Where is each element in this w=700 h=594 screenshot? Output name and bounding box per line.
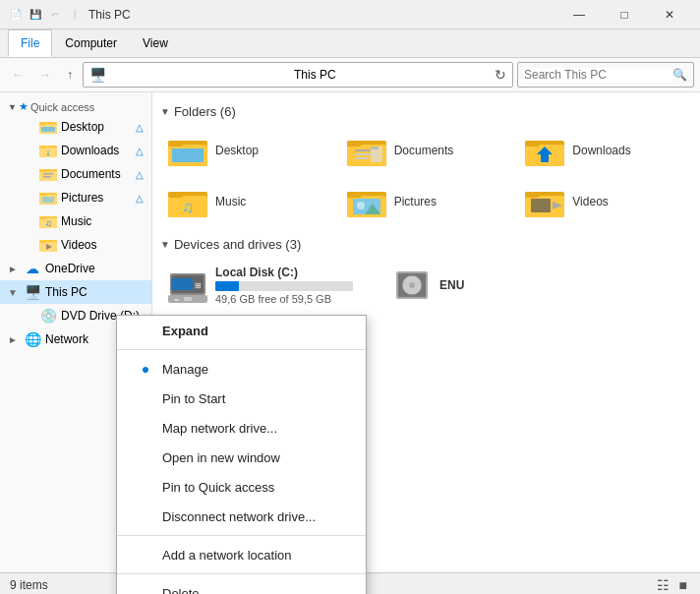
sidebar-item-downloads[interactable]: ↓ Downloads △ <box>0 139 151 162</box>
search-bar[interactable]: 🔍 <box>517 62 694 88</box>
folder-item-documents[interactable]: Documents <box>339 127 514 174</box>
svg-rect-47 <box>347 192 362 198</box>
ctx-expand[interactable]: Expand <box>117 316 366 345</box>
save-icon: 💾 <box>28 7 43 23</box>
folder-music-label: Music <box>215 195 246 208</box>
svg-rect-43 <box>168 192 183 198</box>
redo-icon: | <box>67 7 83 23</box>
downloads-folder-icon: ↓ <box>39 142 57 159</box>
add-network-icon <box>137 546 154 564</box>
up-button[interactable]: ↑ <box>61 64 79 86</box>
svg-point-49 <box>357 202 365 209</box>
tab-view[interactable]: View <box>130 30 181 57</box>
close-button[interactable]: ✕ <box>647 0 692 30</box>
title-bar: 📄 💾 ⤺ | This PC — □ ✕ <box>0 0 700 30</box>
pin-icon-downloads: △ <box>136 146 144 156</box>
sidebar-thispc-label: This PC <box>45 285 144 299</box>
item-count: 9 items <box>10 578 48 592</box>
folder-item-downloads[interactable]: Downloads <box>517 127 692 174</box>
refresh-button[interactable]: ↻ <box>495 67 506 83</box>
sidebar-item-thispc[interactable]: ▼ 🖥️ This PC <box>0 280 151 304</box>
pin-icon-documents: △ <box>136 169 144 180</box>
svg-rect-11 <box>43 173 53 175</box>
svg-rect-3 <box>41 127 55 132</box>
svg-rect-27 <box>168 141 183 147</box>
view-details-button[interactable]: ☷ <box>654 577 672 593</box>
sidebar-item-pictures[interactable]: Pictures △ <box>0 186 151 209</box>
ctx-pin-quick[interactable]: Pin to Quick access <box>117 472 366 502</box>
disconnect-icon <box>137 507 154 525</box>
thispc-icon: 🖥️ <box>24 283 41 301</box>
svg-rect-60 <box>174 299 179 301</box>
svg-rect-23 <box>39 240 46 243</box>
delete-icon <box>137 584 154 594</box>
drive-c-name: Local Disk (C:) <box>215 266 353 279</box>
folder-item-pictures[interactable]: Pictures <box>339 178 514 225</box>
ctx-disconnect[interactable]: Disconnect network drive... <box>117 502 366 531</box>
sidebar-item-desktop[interactable]: Desktop △ <box>0 115 151 139</box>
ribbon: File Computer View <box>0 30 700 58</box>
devices-label: Devices and drives (3) <box>174 237 301 252</box>
sidebar-item-documents[interactable]: Documents △ <box>0 162 151 186</box>
pin-quick-icon <box>137 478 154 496</box>
view-icons[interactable]: ☷ ■ <box>654 577 690 593</box>
window-controls[interactable]: — □ ✕ <box>556 0 692 30</box>
address-bar[interactable]: 🖥️ This PC ↻ <box>83 62 513 88</box>
quick-access-caret: ▼ <box>8 102 17 112</box>
folders-label: Folders (6) <box>174 104 236 119</box>
music-folder-icon: ♫ <box>39 212 57 230</box>
sidebar-item-onedrive[interactable]: ► ☁ OneDrive <box>0 257 151 280</box>
drive-item-c[interactable]: ⊞ Local Disk (C:) 49,6 GB free of 59,5 G… <box>160 260 377 311</box>
drives-grid: ⊞ Local Disk (C:) 49,6 GB free of 59,5 G… <box>160 260 692 311</box>
ctx-manage[interactable]: ● Manage <box>117 354 366 384</box>
sidebar-item-videos[interactable]: Videos <box>0 233 151 257</box>
ctx-open-new-window[interactable]: Open in new window <box>117 443 366 472</box>
sidebar-documents-label: Documents <box>61 167 130 181</box>
tab-file[interactable]: File <box>8 30 52 57</box>
drive-enu-info: ENU <box>439 278 464 292</box>
devices-section-header[interactable]: ▼ Devices and drives (3) <box>160 237 692 252</box>
folders-section-header[interactable]: ▼ Folders (6) <box>160 104 692 119</box>
search-icon: 🔍 <box>672 68 687 82</box>
svg-rect-59 <box>184 297 192 301</box>
this-pc-icon: 🖥️ <box>89 67 290 83</box>
search-input[interactable] <box>524 68 672 82</box>
svg-text:↓: ↓ <box>46 148 51 157</box>
svg-rect-28 <box>172 148 204 162</box>
svg-rect-16 <box>42 197 54 203</box>
forward-button[interactable]: → <box>33 64 57 86</box>
onedrive-icon: ☁ <box>24 260 41 277</box>
ctx-pin-start[interactable]: Pin to Start <box>117 384 366 413</box>
pin-icon-desktop: △ <box>136 122 144 133</box>
folder-downloads-label: Downloads <box>572 144 630 157</box>
sidebar-item-music[interactable]: ♫ Music <box>0 209 151 233</box>
drive-item-enu[interactable]: ENU <box>384 260 561 311</box>
ctx-add-network[interactable]: Add a network location <box>117 540 366 569</box>
minimize-button[interactable]: — <box>556 0 602 30</box>
quick-access-section[interactable]: ▼ ★ Quick access <box>0 96 151 115</box>
folders-grid: Desktop Documents <box>160 127 692 225</box>
folder-desktop-label: Desktop <box>215 144 259 157</box>
svg-point-66 <box>409 282 415 288</box>
sidebar-pictures-label: Pictures <box>61 191 130 205</box>
svg-rect-31 <box>347 141 362 147</box>
ctx-delete[interactable]: Delete <box>117 578 366 594</box>
svg-text:♫: ♫ <box>182 199 194 215</box>
folder-item-music[interactable]: ♫ Music <box>160 178 335 225</box>
folder-item-desktop[interactable]: Desktop <box>160 127 335 174</box>
dvd-icon: 💿 <box>39 307 57 325</box>
tab-computer[interactable]: Computer <box>52 30 130 57</box>
sidebar-downloads-label: Downloads <box>61 144 130 157</box>
back-button[interactable]: ← <box>6 64 29 86</box>
view-large-icons-button[interactable]: ■ <box>676 577 690 593</box>
sidebar-videos-label: Videos <box>61 238 144 252</box>
maximize-button[interactable]: □ <box>602 0 647 30</box>
nav-bar: ← → ↑ 🖥️ This PC ↻ 🔍 <box>0 58 700 92</box>
file-icon: 📄 <box>8 7 24 23</box>
folder-item-videos[interactable]: Videos <box>517 178 692 225</box>
ctx-map-network[interactable]: Map network drive... <box>117 413 366 443</box>
address-text: This PC <box>294 68 495 82</box>
ctx-sep-1 <box>117 349 366 350</box>
devices-chevron: ▼ <box>160 239 170 250</box>
svg-rect-61 <box>171 278 193 290</box>
